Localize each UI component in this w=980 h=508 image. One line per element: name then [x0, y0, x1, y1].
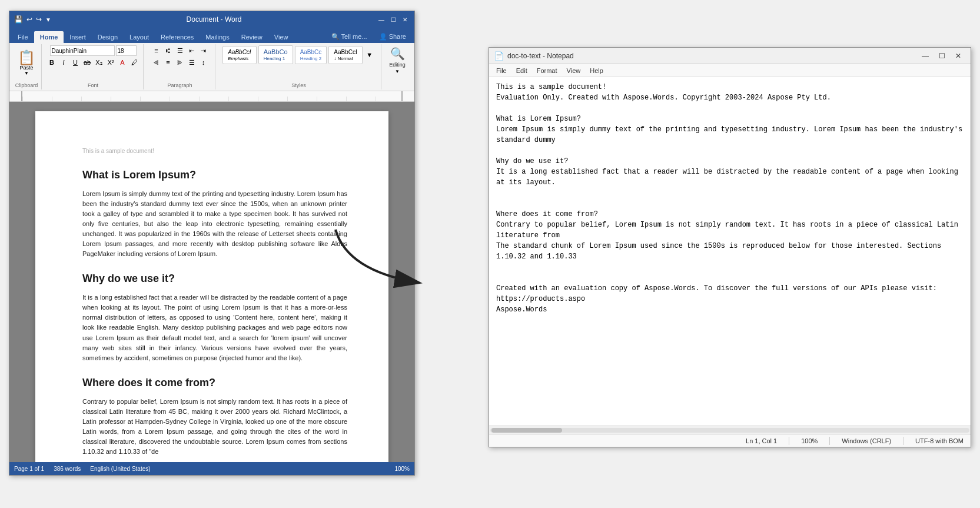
multilevel-button[interactable]: ☰: [175, 45, 185, 56]
tab-layout[interactable]: Layout: [124, 31, 155, 43]
word-window-controls: — ☐ ✕: [377, 15, 410, 24]
line-spacing-button[interactable]: ↕: [198, 57, 209, 68]
editing-group: 🔍 Editing ▼: [383, 44, 412, 89]
statusbar-divider-1: [789, 437, 789, 445]
highlight-button[interactable]: 🖊: [129, 57, 139, 68]
tab-review[interactable]: Review: [235, 31, 268, 43]
tab-home[interactable]: Home: [34, 31, 64, 43]
word-doc-area[interactable]: This is a sample document! What is Lorem…: [9, 102, 414, 462]
notepad-close-btn[interactable]: ✕: [951, 49, 966, 62]
italic-button[interactable]: I: [58, 57, 69, 68]
paste-label: Paste: [19, 65, 33, 71]
word-language: English (United States): [90, 466, 150, 472]
word-close-btn[interactable]: ✕: [400, 15, 410, 24]
scrollbar-track: [490, 428, 969, 433]
style-normal-label: AaBbCcI: [334, 49, 357, 55]
word-redo-icon[interactable]: ↪: [36, 15, 42, 24]
font-group: B I U ab X₂ X² A 🖊 Font: [43, 44, 144, 89]
tab-file[interactable]: File: [12, 31, 34, 43]
search-icon: 🔍: [390, 47, 405, 61]
underline-button[interactable]: U: [70, 57, 81, 68]
justify-button[interactable]: ☰: [187, 57, 197, 68]
notepad-position: Ln 1, Col 1: [746, 437, 777, 444]
font-color-button[interactable]: A: [117, 57, 128, 68]
increase-indent-button[interactable]: ⇥: [198, 45, 209, 56]
scrollbar-thumb[interactable]: [491, 428, 562, 433]
notepad-hscrollbar[interactable]: [489, 426, 971, 434]
decrease-indent-button[interactable]: ⇤: [187, 45, 197, 56]
bold-button[interactable]: B: [46, 57, 57, 68]
tab-insert[interactable]: Insert: [64, 31, 92, 43]
notepad-menu-help[interactable]: Help: [585, 66, 608, 75]
notepad-menu-file[interactable]: File: [491, 66, 511, 75]
word-window: 💾 ↩ ↪ ▼ Document - Word — ☐ ✕ File Home …: [9, 11, 415, 476]
style-emphasis-label: AaBbCcI: [228, 49, 251, 55]
word-save-icon[interactable]: 💾: [14, 15, 23, 24]
paragraph-group: ≡ ⑆ ☰ ⇤ ⇥ ⫷ ≡ ⫸ ☰ ↕ Paragraph: [145, 44, 215, 89]
notepad-encoding: UTF-8 with BOM: [915, 437, 964, 444]
notepad-menu-format[interactable]: Format: [532, 66, 562, 75]
font-name-input[interactable]: [50, 45, 115, 56]
statusbar-divider-3: [903, 437, 903, 445]
word-customize-icon[interactable]: ▼: [45, 16, 51, 23]
notepad-line-ending: Windows (CRLF): [842, 437, 891, 444]
subscript-button[interactable]: X₂: [94, 57, 104, 68]
font-format-row: B I U ab X₂ X² A 🖊: [46, 57, 139, 68]
editing-content: 🔍 Editing ▼: [389, 47, 406, 87]
word-undo-icon[interactable]: ↩: [26, 15, 32, 24]
bullets-button[interactable]: ≡: [151, 45, 162, 56]
section2-body: It is a long established fact that a rea…: [82, 293, 347, 363]
style-normal-button[interactable]: AaBbCcI ↓ Normal: [328, 46, 362, 64]
editing-arrow[interactable]: ▼: [395, 69, 400, 74]
word-maximize-btn[interactable]: ☐: [388, 15, 398, 24]
paste-arrow[interactable]: ▼: [24, 71, 29, 76]
statusbar-divider-2: [829, 437, 830, 445]
tab-view[interactable]: View: [268, 31, 294, 43]
style-heading2-button[interactable]: AaBbCc Heading 2: [295, 46, 327, 64]
style-heading1-button[interactable]: AaBbCo Heading 1: [258, 45, 293, 64]
section1-body: Lorem Ipsum is simply dummy text of the …: [82, 189, 347, 259]
word-ruler: [9, 91, 414, 102]
superscript-button[interactable]: X²: [105, 57, 116, 68]
word-ribbon: 📋 Paste ▼ Clipboard B I U ab X₂: [9, 43, 414, 91]
notepad-menu-view[interactable]: View: [562, 66, 586, 75]
style-heading2-label: AaBbCc: [300, 49, 322, 55]
word-minimize-btn[interactable]: —: [377, 15, 386, 24]
styles-expand-button[interactable]: ▼: [364, 49, 375, 60]
notepad-minimize-btn[interactable]: —: [918, 49, 933, 62]
word-zoom: 100%: [394, 466, 410, 472]
align-left-button[interactable]: ⫷: [151, 57, 162, 68]
align-center-button[interactable]: ≡: [163, 57, 174, 68]
notepad-titlebar: 📄 doc-to-text - Notepad — ☐ ✕: [489, 48, 971, 64]
ruler-inner: [21, 91, 403, 101]
font-size-input[interactable]: [116, 45, 137, 56]
styles-content: AaBbCcI Emphasis AaBbCo Heading 1 AaBbCc…: [222, 45, 375, 71]
tab-references[interactable]: References: [155, 31, 200, 43]
tab-share[interactable]: 👤 Share: [373, 31, 412, 43]
section3-body: Contrary to popular belief, Lorem Ipsum …: [82, 397, 347, 457]
paste-button[interactable]: 📋 Paste ▼: [15, 49, 38, 77]
word-ribbon-tabs: File Home Insert Design Layout Reference…: [9, 28, 414, 43]
notepad-menu-edit[interactable]: Edit: [511, 66, 532, 75]
numbering-button[interactable]: ⑆: [163, 45, 174, 56]
tab-tell-me[interactable]: 🔍 Tell me...: [325, 31, 373, 43]
doc-watermark: This is a sample document!: [82, 147, 347, 155]
style-emphasis-button[interactable]: AaBbCcI Emphasis: [222, 46, 256, 64]
tab-mailings[interactable]: Mailings: [200, 31, 235, 43]
font-label: Font: [88, 82, 98, 88]
word-word-count: 386 words: [54, 466, 81, 472]
word-titlebar: 💾 ↩ ↪ ▼ Document - Word — ☐ ✕: [9, 11, 414, 28]
clipboard-label: Clipboard: [15, 82, 38, 88]
notepad-menubar: File Edit Format View Help: [489, 64, 971, 77]
tab-design[interactable]: Design: [92, 31, 124, 43]
notepad-maximize-btn[interactable]: ☐: [934, 49, 949, 62]
strikethrough-button[interactable]: ab: [82, 57, 92, 68]
section3-title: Where does it come from?: [82, 375, 347, 391]
notepad-zoom: 100%: [801, 437, 818, 444]
align-right-button[interactable]: ⫸: [175, 57, 185, 68]
notepad-titlebar-left: 📄 doc-to-text - Notepad: [494, 51, 574, 61]
word-page-count: Page 1 of 1: [14, 466, 44, 472]
styles-group: AaBbCcI Emphasis AaBbCo Heading 1 AaBbCc…: [217, 44, 381, 89]
section1-title: What is Lorem Ipsum?: [82, 167, 347, 183]
notepad-text-area[interactable]: This is a sample document! Evaluation On…: [489, 77, 971, 426]
